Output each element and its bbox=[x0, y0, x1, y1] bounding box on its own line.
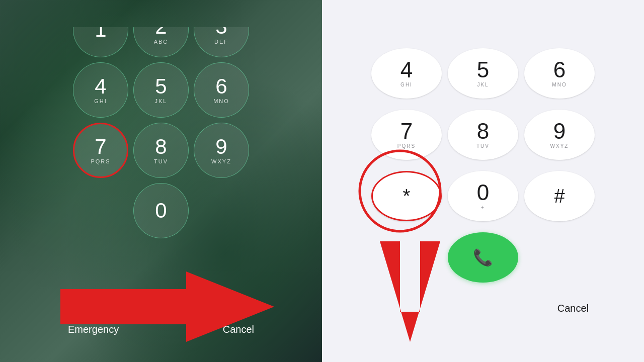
emergency-button[interactable]: Emergency bbox=[68, 324, 119, 335]
right-key-5[interactable]: 5 JKL bbox=[448, 48, 518, 99]
left-bottom-bar: Emergency Cancel bbox=[68, 324, 254, 335]
right-key-9[interactable]: 9 WXYZ bbox=[524, 110, 595, 160]
left-keypad: 4 GHI 5 JKL 6 MNO 7 PQRS 8 TUV 9 WXYZ 0 bbox=[73, 62, 249, 299]
phone-icon: 📞 bbox=[473, 248, 493, 267]
key-1-partial[interactable]: 1 bbox=[73, 27, 128, 57]
left-key-5[interactable]: 5 JKL bbox=[133, 62, 189, 118]
cancel-button-left[interactable]: Cancel bbox=[223, 324, 254, 335]
right-key-6[interactable]: 6 MNO bbox=[524, 48, 595, 99]
left-key-4[interactable]: 4 GHI bbox=[73, 62, 128, 118]
right-bottom-bar: Cancel bbox=[372, 303, 594, 314]
right-keypad: 4 GHI 5 JKL 6 MNO 7 PQRS 8 TUV 9 WXYZ * … bbox=[371, 48, 595, 288]
right-key-4[interactable]: 4 GHI bbox=[371, 48, 442, 99]
right-key-star[interactable]: * bbox=[371, 171, 442, 221]
right-key-7[interactable]: 7 PQRS bbox=[371, 110, 442, 160]
call-button[interactable]: 📞 bbox=[448, 232, 518, 283]
right-key-8[interactable]: 8 TUV bbox=[448, 110, 518, 160]
key-2-partial[interactable]: 2 ABC bbox=[133, 27, 189, 57]
lock-screen-panel: 1 2 ABC 3 DEF 4 GHI 5 JKL 6 MNO 7 PQRS 8 bbox=[0, 0, 322, 362]
left-key-7[interactable]: 7 PQRS bbox=[73, 123, 128, 178]
cancel-button-right[interactable]: Cancel bbox=[557, 303, 589, 314]
left-key-9[interactable]: 9 WXYZ bbox=[194, 123, 249, 178]
left-key-0[interactable]: 0 bbox=[133, 183, 189, 238]
left-key-8[interactable]: 8 TUV bbox=[133, 123, 189, 178]
dialer-panel: 4 GHI 5 JKL 6 MNO 7 PQRS 8 TUV 9 WXYZ * … bbox=[322, 0, 644, 362]
top-partial-row: 1 2 ABC 3 DEF bbox=[73, 27, 249, 57]
key-3-partial[interactable]: 3 DEF bbox=[194, 27, 249, 57]
right-key-0[interactable]: 0 + bbox=[448, 171, 518, 221]
right-key-hash[interactable]: # bbox=[524, 171, 595, 221]
left-key-6[interactable]: 6 MNO bbox=[194, 62, 249, 118]
